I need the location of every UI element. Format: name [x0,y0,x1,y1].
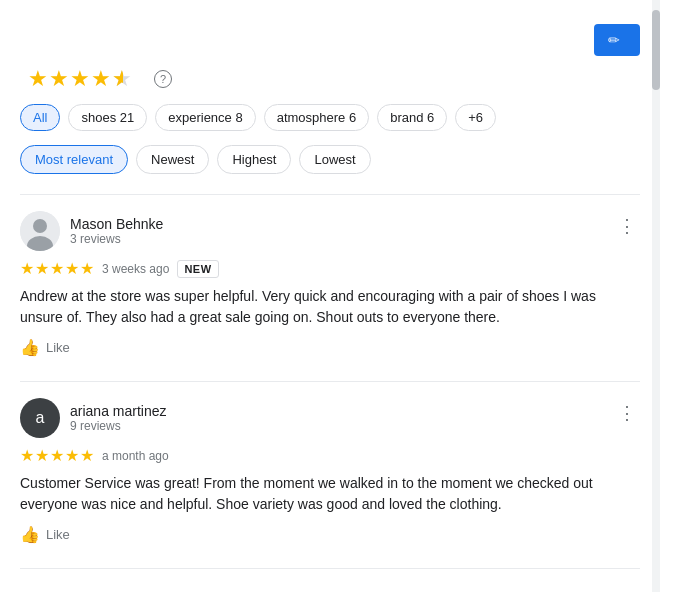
review-date: 3 weeks ago [102,262,169,276]
star-1: ★ [28,66,48,92]
mention-tag-shoes[interactable]: shoes 21 [68,104,147,131]
reviewer-name: ariana martinez [70,403,167,419]
reviewer-count: 3 reviews [70,232,163,246]
review-stars: ★★★★★ [20,446,94,465]
more-options-icon[interactable]: ⋮ [614,398,640,428]
review-star: ★ [35,446,49,465]
review-card-ariana-martinez: a ariana martinez 9 reviews ⋮ ★★★★★ a mo… [20,398,640,544]
thumbs-up-icon: 👍 [20,338,40,357]
review-star: ★ [65,446,79,465]
write-review-button[interactable]: ✏ [594,24,640,56]
thumbs-up-icon: 👍 [20,525,40,544]
review-star: ★ [35,259,49,278]
divider [20,194,640,195]
review-star: ★ [65,259,79,278]
new-badge: NEW [177,260,218,278]
star-3: ★ [70,66,90,92]
review-stars-row: ★★★★★ a month ago [20,446,640,465]
rating-stars: ★ ★ ★ ★ ★ ★ [28,66,132,92]
review-stars-row: ★★★★★ 3 weeks ago NEW [20,259,640,278]
tags-row: Allshoes 21experience 8atmosphere 6brand… [20,104,640,131]
review-divider [20,381,640,382]
review-text: Customer Service was great! From the mom… [20,473,640,515]
sort-row: Most relevantNewestHighestLowest [20,145,640,174]
mention-tag-experience[interactable]: experience 8 [155,104,255,131]
scrollbar[interactable] [652,0,660,592]
like-button[interactable]: 👍 Like [20,525,640,544]
like-button[interactable]: 👍 Like [20,338,640,357]
svg-point-1 [33,219,47,233]
pencil-icon: ✏ [608,32,620,48]
review-star: ★ [80,446,94,465]
review-date: a month ago [102,449,169,463]
star-2: ★ [49,66,69,92]
mention-tag-atmosphere[interactable]: atmosphere 6 [264,104,370,131]
help-icon[interactable]: ? [154,70,172,88]
reviewer-avatar [20,211,60,251]
review-star: ★ [50,446,64,465]
scrollbar-thumb[interactable] [652,10,660,90]
star-5-half: ★ ★ [112,66,132,92]
star-4: ★ [91,66,111,92]
review-star: ★ [50,259,64,278]
mention-tag-all[interactable]: All [20,104,60,131]
reviewer-info: Mason Behnke 3 reviews [20,211,163,251]
reviewer-name: Mason Behnke [70,216,163,232]
reviews-container: Mason Behnke 3 reviews ⋮ ★★★★★ 3 weeks a… [20,211,640,569]
review-divider [20,568,640,569]
like-label: Like [46,340,70,355]
sort-btn-relevant[interactable]: Most relevant [20,145,128,174]
review-text: Andrew at the store was super helpful. V… [20,286,640,328]
mention-tag-brand[interactable]: brand 6 [377,104,447,131]
reviewer-info: a ariana martinez 9 reviews [20,398,167,438]
review-star: ★ [20,446,34,465]
review-star: ★ [20,259,34,278]
mention-tag-more[interactable]: +6 [455,104,496,131]
reviewer-count: 9 reviews [70,419,167,433]
like-label: Like [46,527,70,542]
reviewer-avatar: a [20,398,60,438]
more-options-icon[interactable]: ⋮ [614,211,640,241]
sort-btn-lowest[interactable]: Lowest [299,145,370,174]
review-card-mason-behnke: Mason Behnke 3 reviews ⋮ ★★★★★ 3 weeks a… [20,211,640,357]
review-stars: ★★★★★ [20,259,94,278]
sort-btn-highest[interactable]: Highest [217,145,291,174]
rating-row: ★ ★ ★ ★ ★ ★ ? [20,66,640,92]
sort-btn-newest[interactable]: Newest [136,145,209,174]
review-star: ★ [80,259,94,278]
